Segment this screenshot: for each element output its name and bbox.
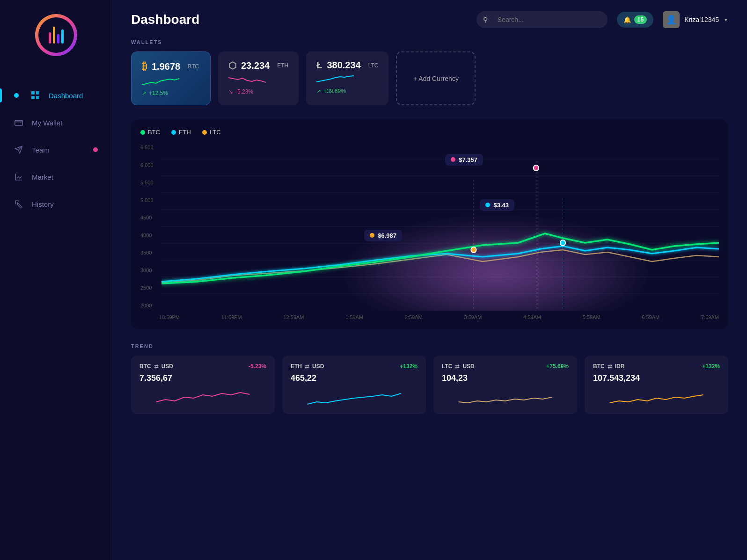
- change-arrow-icon: ↗: [316, 88, 321, 95]
- trend-from: ETH: [291, 363, 302, 370]
- btc-mini-chart: [142, 75, 200, 87]
- chart-area: 6.500 6.000 5.500 5.000 4500 4000 3500 3…: [140, 142, 719, 311]
- change-arrow-icon: ↘: [228, 88, 233, 95]
- swap-icon: ⇄: [154, 363, 159, 370]
- eth-change: ↘ -5.23%: [228, 88, 288, 95]
- username: Krizal12345: [684, 16, 719, 23]
- svg-point-22: [534, 165, 539, 171]
- search-icon: ⚲: [483, 16, 488, 23]
- trend-change: +132%: [702, 363, 720, 370]
- team-notification-badge: [93, 147, 98, 152]
- legend-ltc: LTC: [202, 129, 221, 136]
- eth-currency: ETH: [277, 62, 288, 69]
- trend-to: USD: [312, 363, 324, 370]
- trend-to: IDR: [615, 363, 625, 370]
- ltc-change: ↗ +39.69%: [316, 88, 378, 95]
- trend-change: +132%: [400, 363, 417, 370]
- sidebar-item-label: Market: [32, 173, 53, 181]
- trend-card-btc-idr[interactable]: BTC ⇄ IDR +132% 107.543,234: [585, 356, 728, 414]
- sidebar-item-label: Dashboard: [49, 92, 83, 100]
- trend-from: BTC: [593, 363, 605, 370]
- trend-from: BTC: [139, 363, 151, 370]
- svg-rect-0: [31, 91, 35, 95]
- btc-amount: 1.9678: [152, 61, 180, 72]
- wallet-top: ₿ 1.9678 BTC: [142, 60, 200, 73]
- eth-legend-dot: [171, 130, 176, 135]
- wallet-card-btc[interactable]: ₿ 1.9678 BTC ↗ +12,5%: [131, 51, 211, 105]
- eth-symbol: ⬡: [228, 60, 236, 71]
- sidebar-item-market[interactable]: Market: [0, 166, 112, 188]
- chart-svg: [161, 142, 719, 311]
- change-arrow-icon: ↗: [142, 90, 146, 96]
- send-icon: [14, 145, 23, 154]
- tooltip-7357: $7.357: [445, 154, 483, 166]
- legend-eth: ETH: [171, 129, 191, 136]
- btc-legend-dot: [140, 130, 145, 135]
- trend-from: LTC: [442, 363, 452, 370]
- notifications-badge: 15: [634, 15, 647, 24]
- trend-card-eth-usd[interactable]: ETH ⇄ USD +132% 465,22: [282, 356, 426, 414]
- ltc-symbol: Ł: [316, 60, 322, 71]
- notifications-button[interactable]: 🔔 15: [617, 12, 653, 28]
- sidebar-item-label: Team: [32, 146, 49, 154]
- bell-icon: 🔔: [623, 16, 631, 23]
- wallet-card-ltc[interactable]: Ł 380.234 LTC ↗ +39.69%: [306, 51, 388, 105]
- market-icon: [14, 172, 23, 182]
- user-profile[interactable]: 👤 Krizal12345 ▼: [663, 11, 728, 28]
- trend-change: +75.69%: [546, 363, 569, 370]
- legend-btc: BTC: [140, 129, 160, 136]
- trend-to: USD: [462, 363, 474, 370]
- swap-icon: ⇄: [608, 363, 612, 370]
- wallets-label: WALLETS: [131, 39, 728, 45]
- chart-section: BTC ETH LTC 6.500 6.000 5.500 5.000: [131, 119, 728, 329]
- page-title: Dashboard: [131, 12, 467, 27]
- active-dot: [14, 93, 19, 98]
- grid-icon: [31, 91, 40, 100]
- svg-point-21: [471, 247, 476, 253]
- svg-rect-4: [15, 121, 23, 126]
- trend-value: 7.356,67: [139, 373, 266, 383]
- wallet-card-eth[interactable]: ⬡ 23.234 ETH ↘ -5.23%: [218, 51, 299, 105]
- wallet-top: ⬡ 23.234 ETH: [228, 60, 288, 71]
- x-axis-labels: 10:59PM 11:59PM 12:59AM 1:59AM 2:59AM 3:…: [140, 314, 719, 320]
- eth-amount: 23.234: [241, 60, 270, 71]
- search-input[interactable]: [476, 11, 608, 28]
- trend-mini-chart-btc-idr: [593, 388, 720, 407]
- ltc-legend-dot: [202, 130, 207, 135]
- wallet-icon: [14, 118, 23, 127]
- ltc-currency: LTC: [368, 62, 379, 69]
- trend-mini-chart-ltc: [442, 388, 569, 407]
- trend-label: TREND: [131, 343, 728, 349]
- sidebar-item-dashboard[interactable]: Dashboard: [0, 84, 112, 107]
- sidebar-item-label: History: [32, 200, 54, 208]
- chart-legend: BTC ETH LTC: [140, 129, 719, 136]
- trend-change: -5.23%: [249, 363, 266, 370]
- trend-card-btc-usd[interactable]: BTC ⇄ USD -5.23% 7.356,67: [131, 356, 275, 414]
- swap-icon: ⇄: [455, 363, 460, 370]
- tooltip-dot: [485, 203, 490, 207]
- tooltip-dot: [370, 233, 374, 238]
- trend-value: 107.543,234: [593, 373, 720, 383]
- eth-mini-chart: [228, 74, 288, 86]
- trend-card-ltc-usd[interactable]: LTC ⇄ USD +75.69% 104,23: [433, 356, 577, 414]
- main-content: Dashboard ⚲ 🔔 15 👤 Krizal12345 ▼ WALLETS…: [112, 0, 747, 560]
- sidebar-item-history[interactable]: History: [0, 193, 112, 215]
- trend-cards: BTC ⇄ USD -5.23% 7.356,67 ETH ⇄ USD: [131, 356, 728, 414]
- btc-currency: BTC: [188, 63, 199, 70]
- sidebar-item-my-wallet[interactable]: My Wallet: [0, 111, 112, 134]
- wallet-top: Ł 380.234 LTC: [316, 60, 378, 71]
- tooltip-343: $3.43: [480, 199, 514, 211]
- trend-to: USD: [161, 363, 173, 370]
- trend-top: BTC ⇄ USD -5.23%: [139, 363, 266, 370]
- trend-mini-chart-btc: [139, 388, 266, 407]
- trend-top: ETH ⇄ USD +132%: [291, 363, 417, 370]
- y-axis-labels: 6.500 6.000 5.500 5.000 4500 4000 3500 3…: [140, 142, 161, 311]
- add-currency-button[interactable]: + Add Currency: [396, 51, 476, 105]
- sidebar: Dashboard My Wallet Team: [0, 0, 112, 560]
- btc-change: ↗ +12,5%: [142, 90, 200, 96]
- svg-point-23: [560, 240, 565, 246]
- btc-symbol: ₿: [142, 60, 147, 73]
- avatar: 👤: [663, 11, 680, 28]
- sidebar-item-team[interactable]: Team: [0, 138, 112, 161]
- logo: [35, 14, 77, 56]
